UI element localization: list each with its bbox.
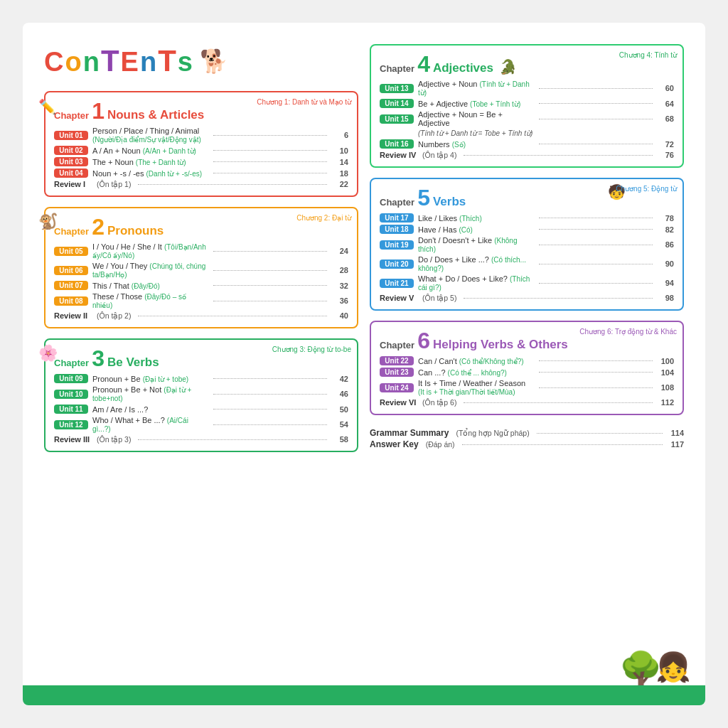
unit-14-text: Be + Adjective (Tobe + Tính từ) [418, 100, 532, 108]
unit-09-row: Unit 09 Pronoun + Be (Đại từ + tobe) 42 [54, 374, 348, 383]
dog-decoration: 🐕 [200, 48, 228, 75]
page: ConTEnTs 🐕 ✏️ Chapter 1 Nouns & Articles… [23, 23, 705, 705]
unit-12-badge: Unit 12 [54, 420, 88, 429]
grammar-summary-viet: (Tổng hợp Ngữ pháp) [456, 429, 529, 437]
review-2-label: Review II [54, 311, 92, 320]
unit-24-badge: Unit 24 [380, 383, 414, 392]
chapter-2-label: Chapter [54, 226, 89, 237]
chapter-4-header: Chapter 4 Adjectives 🐊 Chương 4: Tính từ [380, 53, 674, 75]
chapter-1-header: Chapter 1 Nouns & Articles Chương 1: Dan… [54, 100, 348, 122]
unit-22-badge: Unit 22 [380, 356, 414, 365]
review-6-label: Review VI [380, 398, 418, 407]
chapter-6-label: Chapter [380, 340, 414, 350]
chapter-4-subtitle: Chương 4: Tính từ [619, 51, 677, 59]
review-6-text: (Ôn tập 6) [422, 398, 456, 407]
unit-18-text: Have / Has (Có) [418, 225, 532, 234]
unit-17-badge: Unit 17 [380, 213, 414, 223]
chapter-3-label: Chapter [54, 358, 89, 368]
unit-14-page: 64 [660, 100, 674, 108]
unit-09-text: Pronoun + Be (Đại từ + tobe) [92, 375, 206, 383]
chapter-2-num: 2 [92, 215, 105, 238]
unit-10-row: Unit 10 Pronoun + Be + Not (Đại từ + tob… [54, 385, 348, 402]
chapter-4-title: Adjectives [433, 61, 493, 75]
unit-17-text: Like / Likes (Thích) [418, 214, 532, 223]
unit-15-note: (Tính từ + Danh từ = Tobe + Tính từ) [418, 129, 674, 137]
chapter-2-header: Chapter 2 Pronouns Chương 2: Đại từ [54, 215, 348, 238]
chapter-6-header: Chapter 6 Helping Verbs & Others Chương … [380, 329, 674, 352]
crocodile-icon: 🐊 [499, 58, 517, 75]
title-area: ConTEnTs 🐕 [44, 44, 358, 78]
unit-12-row: Unit 12 Who / What + Be ...? (Ai/Cái gì.… [54, 416, 348, 433]
chapter-4-box: Chapter 4 Adjectives 🐊 Chương 4: Tính từ… [370, 44, 684, 168]
chapter-5-header: Chapter 5 Verbs Chương 5: Động từ [380, 186, 674, 209]
unit-13-text: Adjective + Noun (Tính từ + Danh từ) [418, 80, 532, 97]
right-column: Chapter 4 Adjectives 🐊 Chương 4: Tính từ… [370, 44, 684, 684]
unit-09-page: 42 [334, 375, 348, 383]
monkey-icon: 🐒 [38, 213, 58, 231]
review-4-label: Review IV [380, 151, 418, 159]
chapter-5-subtitle: Chương 5: Động từ [616, 185, 677, 193]
unit-09-badge: Unit 09 [54, 374, 88, 383]
unit-02-text: A / An + Noun (A/An + Danh từ) [92, 146, 206, 155]
unit-19-row: Unit 19 Don't / Doesn't + Like (Không th… [380, 236, 674, 253]
unit-19-badge: Unit 19 [380, 240, 414, 250]
review-3-label: Review III [54, 435, 92, 444]
extra-section: Grammar Summary (Tổng hợp Ngữ pháp) 114 … [370, 425, 684, 454]
review-5-label: Review V [380, 294, 418, 302]
unit-07-page: 32 [334, 282, 348, 290]
bottom-bar [23, 685, 705, 705]
chapter-5-box: 🧒 Chapter 5 Verbs Chương 5: Động từ Unit… [370, 178, 684, 311]
unit-04-badge: Unit 04 [54, 168, 88, 178]
unit-05-row: Unit 05 I / You / He / She / It (Tôi/Bạn… [54, 242, 348, 259]
chapter-3-subtitle: Chương 3: Động từ to-be [272, 346, 351, 353]
unit-24-text: It Is + Time / Weather / Season (It is +… [418, 379, 532, 396]
unit-01-text: Person / Place / Thing / Animal (Người/Đ… [92, 127, 206, 144]
unit-13-page: 60 [660, 84, 674, 92]
unit-24-row: Unit 24 It Is + Time / Weather / Season … [380, 379, 674, 396]
review-3-row: Review III (Ôn tập 3) 58 [54, 435, 348, 444]
unit-10-badge: Unit 10 [54, 390, 88, 399]
review-4-row: Review IV (Ôn tập 4) 76 [380, 151, 674, 159]
review-3-page: 58 [334, 435, 348, 444]
unit-19-text: Don't / Doesn't + Like (Không thích) [418, 236, 532, 253]
answer-key-page: 117 [670, 440, 684, 449]
review-4-page: 76 [660, 151, 674, 159]
chapter-5-num: 5 [417, 186, 430, 209]
unit-02-badge: Unit 02 [54, 146, 88, 155]
unit-04-page: 18 [334, 169, 348, 178]
chapter-6-subtitle: Chương 6: Trợ động từ & Khác [579, 328, 677, 336]
chapter-2-title: Pronouns [107, 224, 164, 238]
chapter-1-label: Chapter [54, 110, 89, 121]
unit-08-row: Unit 08 These / Those (Đây/Đó – số nhiều… [54, 292, 348, 309]
review-1-text: (Ôn tập 1) [97, 180, 131, 188]
grammar-summary-label: Grammar Summary [370, 428, 449, 438]
unit-07-row: Unit 07 This / That (Đây/Đó) 32 [54, 281, 348, 290]
unit-18-row: Unit 18 Have / Has (Có) 82 [380, 225, 674, 234]
chapter-6-num: 6 [417, 329, 430, 352]
pencil-icon: ✏️ [38, 98, 56, 115]
unit-21-row: Unit 21 What + Do / Does + Like? (Thích … [380, 274, 674, 291]
unit-21-page: 94 [660, 279, 674, 287]
unit-03-text: The + Noun (The + Danh từ) [92, 158, 206, 166]
unit-04-text: Noun + -s / -es (Danh từ + -s/-es) [92, 169, 206, 178]
chapter-6-title: Helping Verbs & Others [433, 338, 568, 352]
unit-06-page: 28 [334, 266, 348, 274]
chapter-2-box: 🐒 Chapter 2 Pronouns Chương 2: Đại từ Un… [44, 207, 358, 328]
unit-16-row: Unit 16 Numbers (Số) 72 [380, 139, 674, 149]
unit-12-page: 54 [334, 420, 348, 429]
unit-01-row: Unit 01 Person / Place / Thing / Animal … [54, 127, 348, 144]
unit-08-page: 36 [334, 296, 348, 305]
chapter-3-title: Be Verbs [107, 355, 159, 370]
review-1-label: Review I [54, 180, 92, 188]
unit-24-page: 108 [660, 383, 674, 392]
review-5-page: 98 [660, 294, 674, 302]
unit-05-badge: Unit 05 [54, 247, 88, 256]
unit-20-text: Do / Does + Like ...? (Có thích... không… [418, 255, 532, 272]
review-3-text: (Ôn tập 3) [97, 435, 131, 444]
review-1-row: Review I (Ôn tập 1) 22 [54, 180, 348, 188]
unit-16-text: Numbers (Số) [418, 140, 532, 149]
grammar-summary-row: Grammar Summary (Tổng hợp Ngữ pháp) 114 [370, 428, 684, 438]
review-2-page: 40 [334, 311, 348, 320]
unit-06-badge: Unit 06 [54, 266, 88, 275]
unit-11-page: 50 [334, 405, 348, 414]
